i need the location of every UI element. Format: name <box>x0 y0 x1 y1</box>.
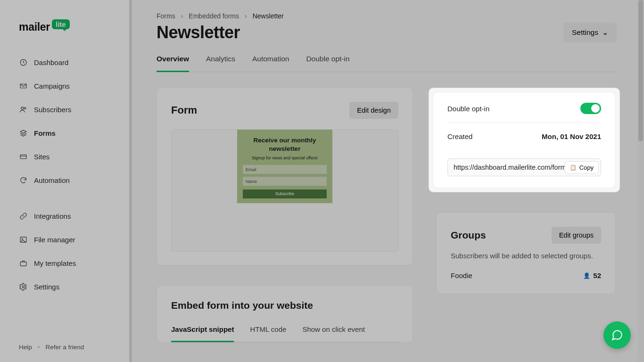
group-name: Foodie <box>451 272 472 280</box>
created-value: Mon, 01 Nov 2021 <box>542 132 601 140</box>
logo[interactable]: mailer lite <box>0 21 132 48</box>
group-row: Foodie 👤 52 <box>451 272 601 280</box>
settings-button-label: Settings <box>572 28 598 37</box>
groups-card: Groups Edit groups Subscribers will be a… <box>436 212 616 294</box>
chat-icon <box>611 329 623 341</box>
page-scrollbar-track <box>637 0 644 362</box>
svg-point-6 <box>22 238 23 239</box>
sidebar-item-label: File manager <box>34 236 75 244</box>
chevron-right-icon: › <box>245 12 247 20</box>
chevron-right-icon: › <box>181 12 183 20</box>
svg-point-3 <box>24 107 26 109</box>
svg-rect-1 <box>20 84 26 88</box>
embed-tab-html[interactable]: HTML code <box>250 320 286 342</box>
share-url-text: https://dashboard.mailerlite.com/forms/… <box>448 164 565 171</box>
double-opt-in-label: Double opt-in <box>447 105 489 113</box>
logo-badge: lite <box>52 19 70 29</box>
preview-title: Receive our monthly newsletter <box>242 136 328 153</box>
sidebar-footer: Help • Refer a friend <box>0 339 132 362</box>
info-card-highlight: Double opt-in Created Mon, 01 Nov 2021 h… <box>429 88 619 192</box>
groups-description: Subscribers will be added to selected gr… <box>451 250 601 261</box>
sidebar-item-my-templates[interactable]: My templates <box>0 251 132 275</box>
embed-tabs: JavaScript snippet HTML code Show on cli… <box>171 320 398 342</box>
layers-icon <box>19 129 27 137</box>
svg-point-2 <box>21 107 23 109</box>
embed-card-heading: Embed form into your website <box>171 300 398 311</box>
sidebar: mailer lite Dashboard Campaigns Subscrib… <box>0 0 132 362</box>
tab-overview[interactable]: Overview <box>157 50 189 72</box>
double-opt-in-toggle[interactable] <box>580 103 601 114</box>
sidebar-item-label: Campaigns <box>34 82 70 90</box>
sidebar-item-label: Automation <box>34 176 70 184</box>
page-scrollbar-thumb[interactable] <box>638 0 643 141</box>
sidebar-item-label: Subscribers <box>34 106 71 114</box>
sidebar-item-integrations[interactable]: Integrations <box>0 204 132 228</box>
embed-card: Embed form into your website JavaScript … <box>157 285 413 343</box>
form-card: Form Edit design Receive our monthly new… <box>157 87 413 265</box>
sidebar-item-label: Forms <box>34 129 56 137</box>
sidebar-item-subscribers[interactable]: Subscribers <box>0 98 132 121</box>
breadcrumb-forms[interactable]: Forms <box>157 12 175 20</box>
edit-design-button[interactable]: Edit design <box>349 102 398 119</box>
sidebar-item-sites[interactable]: Sites <box>0 145 132 168</box>
tab-automation[interactable]: Automation <box>252 50 289 72</box>
sidebar-item-automation[interactable]: Automation <box>0 168 132 192</box>
breadcrumb-current: Newsletter <box>253 12 284 20</box>
briefcase-icon <box>19 259 27 267</box>
created-label: Created <box>447 132 472 140</box>
sidebar-item-settings[interactable]: Settings <box>0 275 132 298</box>
gear-icon <box>19 282 27 291</box>
page-tabs: Overview Analytics Automation Double opt… <box>157 50 617 72</box>
groups-heading: Groups <box>451 230 486 241</box>
tab-analytics[interactable]: Analytics <box>206 50 235 72</box>
embed-tab-javascript[interactable]: JavaScript snippet <box>171 320 234 342</box>
preview-subscribe-button[interactable]: Subscribe <box>243 189 327 198</box>
svg-rect-7 <box>20 262 26 266</box>
sidebar-item-label: Sites <box>34 153 50 161</box>
refer-link[interactable]: Refer a friend <box>46 344 84 351</box>
sidebar-item-file-manager[interactable]: File manager <box>0 228 132 251</box>
sidebar-item-label: Integrations <box>34 212 71 220</box>
image-icon <box>19 235 27 244</box>
svg-point-8 <box>22 286 24 288</box>
edit-groups-button[interactable]: Edit groups <box>552 227 601 244</box>
separator-dot: • <box>38 344 40 351</box>
sidebar-item-forms[interactable]: Forms <box>0 121 132 145</box>
preview-name-input[interactable] <box>243 177 327 186</box>
sidebar-item-dashboard[interactable]: Dashboard <box>0 50 132 74</box>
page-title: Newsletter <box>157 23 240 42</box>
refresh-icon <box>19 176 27 184</box>
mail-icon <box>19 82 27 90</box>
share-url-field[interactable]: https://dashboard.mailerlite.com/forms/…… <box>447 158 601 176</box>
clipboard-icon: 📋 <box>570 165 577 171</box>
preview-email-input[interactable] <box>243 165 327 174</box>
sidebar-item-label: Settings <box>34 283 59 291</box>
preview-subtitle: Signup for news and special offers! <box>242 156 328 160</box>
settings-button[interactable]: Settings ⌄ <box>563 23 617 42</box>
group-count: 52 <box>593 272 601 280</box>
logo-wordmark: mailer <box>19 21 50 33</box>
embed-tab-show-on-click[interactable]: Show on click event <box>302 320 365 342</box>
chat-button[interactable] <box>603 321 631 349</box>
sidebar-item-label: Dashboard <box>34 58 68 66</box>
copy-button[interactable]: 📋 Copy <box>565 161 599 174</box>
form-preview: Receive our monthly newsletter Signup fo… <box>171 129 398 252</box>
sidebar-item-campaigns[interactable]: Campaigns <box>0 74 132 98</box>
sidebar-item-label: My templates <box>34 259 76 267</box>
link-icon <box>19 212 27 220</box>
clock-icon <box>19 58 27 66</box>
form-preview-content: Receive our monthly newsletter Signup fo… <box>237 130 332 203</box>
info-card: Double opt-in Created Mon, 01 Nov 2021 h… <box>433 92 616 188</box>
users-icon <box>19 105 27 114</box>
form-card-heading: Form <box>171 104 197 116</box>
main-nav: Dashboard Campaigns Subscribers Forms Si… <box>0 48 132 339</box>
credit-card-icon <box>19 152 27 161</box>
copy-button-label: Copy <box>579 164 594 171</box>
svg-rect-4 <box>20 155 26 159</box>
breadcrumb: Forms › Embedded forms › Newsletter <box>157 12 617 20</box>
help-link[interactable]: Help <box>19 344 32 351</box>
user-icon: 👤 <box>583 272 590 279</box>
breadcrumb-embedded-forms[interactable]: Embedded forms <box>189 12 239 20</box>
chevron-down-icon: ⌄ <box>602 28 608 37</box>
tab-double-opt-in[interactable]: Double opt-in <box>306 50 349 72</box>
